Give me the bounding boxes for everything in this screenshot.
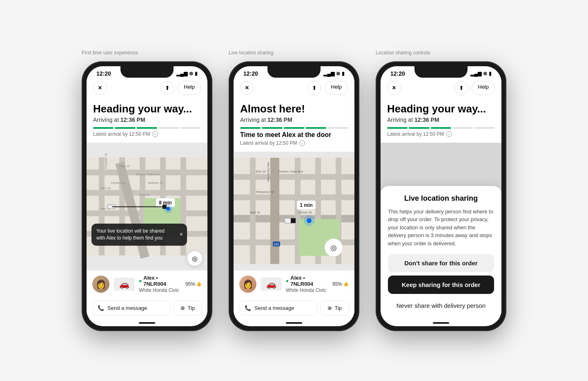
share-button1[interactable]: ⬆ — [160, 81, 174, 95]
location-fab1[interactable]: ◎ — [187, 251, 203, 266]
latest-arrival1: Latest arrival by 12:50 PM i — [93, 131, 201, 137]
driver-car2: White Honda Civic — [286, 287, 328, 293]
nav-bar2: × ⬆ Help — [234, 78, 354, 98]
tip-button1[interactable]: ⊕ Tip — [174, 300, 202, 316]
share-icon3: ⬆ — [459, 85, 464, 91]
latest-arrival3: Latest arrival by 12:50 PM i — [387, 131, 495, 137]
phone1: 12:20 ▂▄▆ ⊜ ▮ × ⬆ — [82, 61, 212, 331]
driver-name-row2: ● Alex • 7NLR004 — [286, 275, 328, 287]
sheet-title3: Live location sharing — [388, 194, 494, 203]
home-bar1 — [139, 322, 155, 324]
tip-button2[interactable]: ⊕ Tip — [321, 300, 349, 316]
progress-bar3 — [387, 127, 495, 129]
phone1-inner: 12:20 ▂▄▆ ⊜ ▮ × ⬆ — [87, 66, 207, 326]
map-svg2: Elm St Golden Gate Ave Van Ness Ave Redw… — [234, 152, 354, 270]
home-bar3 — [433, 322, 449, 324]
keep-sharing-button3[interactable]: Keep sharing for this order — [388, 276, 494, 294]
wifi-icon1: ⊜ — [189, 71, 193, 76]
share-button3[interactable]: ⬆ — [454, 81, 468, 95]
svg-text:8 min: 8 min — [159, 200, 172, 206]
dont-share-button3[interactable]: Don't share for this order — [388, 254, 494, 272]
location-fab-icon1: ◎ — [192, 255, 198, 262]
svg-text:Redwood St: Redwood St — [256, 190, 274, 194]
driver-car1: White Honda Civic — [139, 287, 181, 293]
driver-row2: 👩 🚗 ● Alex • 7NLR004 White Honda Civic 9… — [234, 270, 354, 297]
green-dot1: ● — [139, 278, 142, 284]
status-icons3: ▂▄▆ ⊜ ▮ — [470, 71, 492, 76]
action-row1: 📞 Send a message ⊕ Tip — [87, 297, 207, 320]
status-time3: 12:20 — [390, 70, 405, 77]
green-dot2: ● — [286, 278, 289, 284]
map-svg1: Franklin St Elm St ster St Polk St Golde… — [87, 143, 207, 270]
svg-text:Golden Gate Ave: Golden Gate Ave — [136, 173, 160, 176]
svg-text:1 min: 1 min — [300, 202, 312, 208]
driver-row1: 👩 🚗 ● Alex • 7NLR004 White Honda Civic 9… — [87, 270, 207, 297]
heading3: Heading your way... — [387, 103, 495, 115]
close-icon2: × — [245, 84, 249, 92]
content3: Heading your way... Arriving at 12:36 PM… — [381, 98, 501, 143]
toast-text1: Your live location will be shared with A… — [96, 228, 165, 241]
progress-seg1 — [93, 127, 114, 129]
driver-name2: Alex • 7NLR004 — [290, 275, 328, 287]
driver-avatar2: 👩 — [239, 276, 256, 293]
svg-text:Ellister St: Ellister St — [111, 181, 125, 185]
notch1 — [120, 66, 174, 78]
screen-group: First time user experience 12:20 ▂▄▆ ⊜ ▮ — [65, 42, 523, 339]
tip-icon1: ⊕ — [180, 305, 185, 311]
map-area1: Franklin St Elm St ster St Polk St Golde… — [87, 143, 207, 270]
close-button2[interactable]: × — [240, 81, 254, 95]
share-button2[interactable]: ⬆ — [307, 81, 321, 95]
close-button1[interactable]: × — [93, 81, 107, 95]
location-sheet3: Live location sharing This helps your de… — [381, 186, 501, 321]
svg-text:Millister St: Millister St — [148, 181, 163, 185]
rating2: 95% 👍 — [332, 281, 349, 287]
phone3-container: Location sharing controls 12:20 ▂▄▆ ⊜ ▮ … — [376, 50, 506, 331]
svg-text:Elm St: Elm St — [140, 193, 149, 197]
message-button2[interactable]: 📞 Send a message — [239, 300, 317, 316]
battery-icon2: ▮ — [342, 71, 345, 76]
close-button3[interactable]: × — [387, 81, 401, 95]
progress-seg5 — [180, 127, 201, 129]
info-icon3[interactable]: i — [446, 131, 452, 137]
share-icon1: ⬆ — [165, 85, 170, 91]
phone3-inner: 12:20 ▂▄▆ ⊜ ▮ × ⬆ Help — [381, 66, 501, 326]
driver-info1: ● Alex • 7NLR004 White Honda Civic — [139, 275, 181, 293]
arriving3: Arriving at 12:36 PM — [387, 117, 495, 123]
message-button1[interactable]: 📞 Send a message — [92, 300, 170, 316]
svg-text:ister St: ister St — [250, 211, 261, 214]
help-button2[interactable]: Help — [325, 81, 348, 95]
arriving2: Arriving at 12:36 PM — [240, 117, 348, 123]
help-button1[interactable]: Help — [178, 81, 201, 95]
rating1: 95% 👍 — [185, 281, 202, 287]
heading2: Almost here! — [240, 103, 348, 115]
close-icon3: × — [392, 84, 396, 92]
nav-bar3: × ⬆ Help — [381, 78, 501, 98]
thumbs-icon2: 👍 — [343, 281, 349, 287]
nav-bar1: × ⬆ Help — [87, 78, 207, 98]
never-share-button3[interactable]: Never share with delivery person — [388, 297, 494, 314]
svg-text:Elm St: Elm St — [101, 186, 111, 190]
svg-point-50 — [307, 218, 312, 223]
location-toast1: Your live location will be shared with A… — [91, 224, 187, 246]
phone-icon2: 📞 — [245, 305, 251, 311]
progress-bar1 — [93, 127, 201, 129]
info-icon1[interactable]: i — [152, 131, 158, 137]
svg-text:Franklin St: Franklin St — [104, 153, 108, 169]
car-img1: 🚗 — [114, 278, 135, 291]
help-button3[interactable]: Help — [472, 81, 495, 95]
progress-seg4 — [158, 127, 179, 129]
heading1: Heading your way... — [93, 103, 201, 115]
map-area3: Franklin St Polk St Elm St Golden Gate A… — [381, 143, 501, 320]
close-icon1: × — [98, 84, 102, 92]
status-icons2: ▂▄▆ ⊜ ▮ — [323, 71, 345, 76]
toast-close1[interactable]: × — [180, 231, 183, 239]
svg-text:Golden Gate Ave: Golden Gate Ave — [278, 170, 303, 173]
svg-rect-26 — [163, 205, 167, 209]
battery-icon1: ▮ — [195, 71, 198, 76]
notch2 — [267, 66, 321, 78]
svg-point-24 — [166, 207, 170, 211]
map-area2: Elm St Golden Gate Ave Van Ness Ave Redw… — [234, 152, 354, 270]
svg-rect-51 — [291, 218, 296, 223]
info-icon2[interactable]: i — [299, 140, 305, 146]
svg-text:Van Ness Ave: Van Ness Ave — [267, 162, 270, 182]
